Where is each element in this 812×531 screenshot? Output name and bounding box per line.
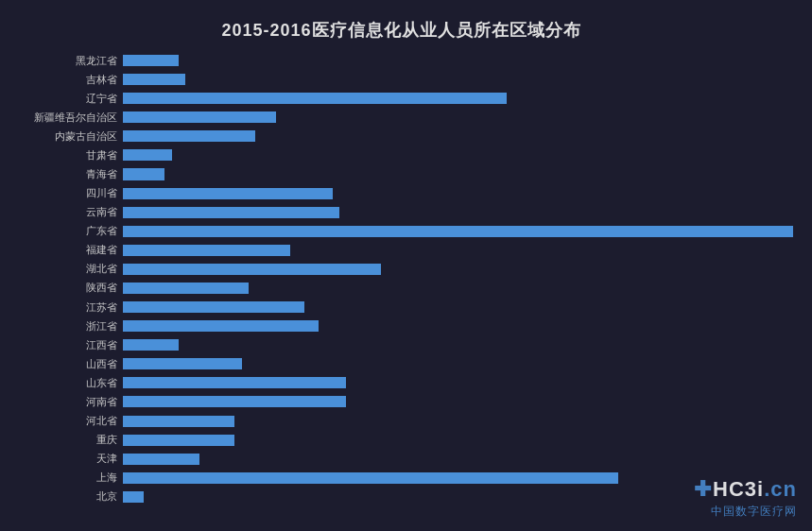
bar-row: 江苏省 [19, 298, 793, 317]
bar-row: 四川省 [19, 184, 793, 203]
bar-track [123, 335, 793, 354]
bar-track [123, 127, 793, 146]
bar-track [123, 488, 793, 506]
watermark: ✚ HC3i.cn 中国数字医疗网 [694, 477, 797, 520]
chart-container: 2015-2016医疗信息化从业人员所在区域分布 黑龙江省吉林省辽宁省新疆维吾尔… [0, 0, 812, 531]
bar-row: 青海省 [19, 164, 793, 183]
bar-fill [123, 245, 290, 256]
bar-fill [123, 416, 234, 427]
bar-label: 天津 [19, 452, 123, 466]
bar-label: 青海省 [19, 167, 123, 181]
bar-row: 新疆维吾尔自治区 [19, 108, 793, 127]
bar-row: 辽宁省 [19, 89, 793, 108]
bar-fill [123, 149, 172, 161]
bar-track [123, 164, 793, 183]
bar-row: 黑龙江省 [19, 51, 793, 70]
bar-label: 陕西省 [19, 281, 123, 295]
bar-label: 江苏省 [19, 300, 123, 315]
bar-label: 北京 [19, 489, 123, 504]
bar-label: 江西省 [19, 338, 123, 352]
bar-row: 吉林省 [19, 70, 793, 89]
bar-track [123, 354, 793, 373]
bar-row: 河南省 [19, 392, 793, 411]
bar-fill [123, 454, 199, 465]
bar-row: 内蒙古自治区 [19, 127, 793, 146]
watermark-cross-icon: ✚ [694, 477, 711, 502]
bar-row: 山东省 [19, 373, 793, 392]
bar-fill [123, 74, 185, 85]
bar-row: 河北省 [19, 411, 793, 430]
bar-label: 甘肃省 [19, 148, 123, 163]
bar-track [123, 373, 793, 392]
bar-fill [123, 226, 793, 237]
bar-label: 浙江省 [19, 319, 123, 334]
bar-row: 甘肃省 [19, 146, 793, 164]
watermark-domain: .cn [764, 477, 797, 501]
chart-body: 黑龙江省吉林省辽宁省新疆维吾尔自治区内蒙古自治区甘肃省青海省四川省云南省广东省福… [9, 51, 793, 506]
bar-fill [123, 188, 333, 199]
bar-row: 上海 [19, 469, 793, 488]
bar-fill [123, 339, 179, 351]
bar-label: 广东省 [19, 224, 123, 238]
bar-fill [123, 320, 319, 332]
bar-row: 福建省 [19, 241, 793, 260]
bar-label: 吉林省 [19, 73, 123, 87]
bar-row: 江西省 [19, 335, 793, 354]
bar-fill [123, 207, 339, 218]
bar-label: 湖北省 [19, 262, 123, 276]
bar-label: 山西省 [19, 357, 123, 371]
bar-row: 广东省 [19, 222, 793, 241]
bar-track [123, 241, 793, 260]
bar-track [123, 51, 793, 70]
bar-label: 重庆 [19, 433, 123, 447]
bar-label: 福建省 [19, 243, 123, 257]
bar-fill [123, 435, 234, 446]
bar-track [123, 260, 793, 279]
watermark-brand: HC3i.cn [713, 477, 797, 502]
bar-fill [123, 377, 346, 388]
bar-track [123, 203, 793, 222]
bar-fill [123, 93, 507, 104]
bar-label: 辽宁省 [19, 92, 123, 106]
bar-track [123, 89, 793, 108]
bar-fill [123, 264, 381, 275]
bar-label: 新疆维吾尔自治区 [19, 111, 123, 125]
bar-label: 内蒙古自治区 [19, 129, 123, 144]
bar-fill [123, 396, 346, 407]
bar-track [123, 450, 793, 469]
bar-label: 黑龙江省 [19, 54, 123, 68]
bar-track [123, 298, 793, 317]
bar-label: 河北省 [19, 414, 123, 428]
bar-track [123, 184, 793, 203]
bar-fill [123, 111, 276, 123]
bar-track [123, 392, 793, 411]
bar-fill [123, 283, 249, 294]
bar-fill [123, 130, 255, 142]
bar-label: 河南省 [19, 395, 123, 409]
bar-track [123, 108, 793, 127]
bar-track [123, 469, 793, 488]
bar-track [123, 70, 793, 89]
bar-row: 陕西省 [19, 279, 793, 298]
bar-fill [123, 168, 164, 180]
bar-label: 云南省 [19, 205, 123, 219]
bar-label: 山东省 [19, 376, 123, 390]
bar-track [123, 431, 793, 450]
chart-title: 2015-2016医疗信息化从业人员所在区域分布 [9, 19, 793, 42]
bar-track [123, 279, 793, 298]
bar-track [123, 146, 793, 164]
bar-fill [123, 55, 179, 66]
bar-row: 天津 [19, 450, 793, 469]
watermark-subtitle: 中国数字医疗网 [711, 504, 797, 520]
bar-fill [123, 358, 242, 369]
bar-row: 重庆 [19, 431, 793, 450]
bar-track [123, 411, 793, 430]
bar-fill [123, 491, 144, 503]
bar-row: 北京 [19, 488, 793, 506]
bar-row: 湖北省 [19, 260, 793, 279]
bar-row: 云南省 [19, 203, 793, 222]
bar-fill [123, 301, 304, 313]
bar-track [123, 222, 793, 241]
bar-track [123, 317, 793, 335]
bar-row: 山西省 [19, 354, 793, 373]
